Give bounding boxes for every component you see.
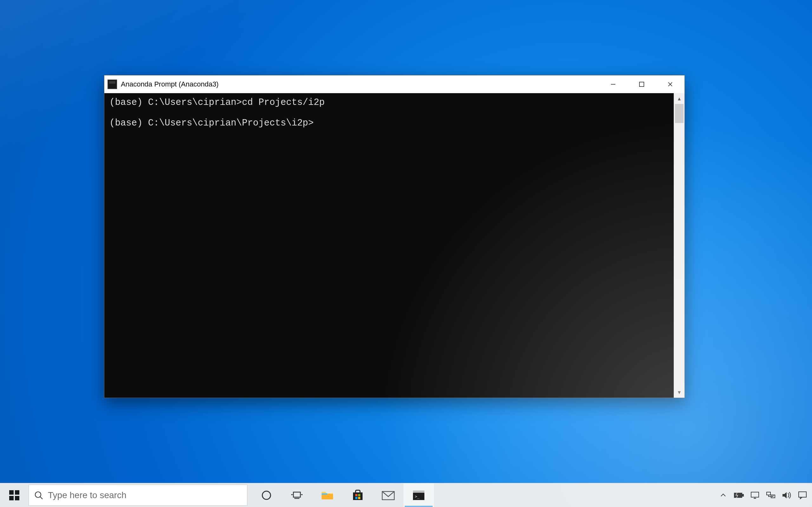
tray-monitor[interactable] [748, 483, 762, 507]
mail-icon [382, 490, 395, 500]
terminal-window: Anaconda Prompt (Anaconda3) (base) C:\Us… [104, 75, 685, 398]
maximize-button[interactable] [627, 75, 656, 93]
svg-rect-32 [767, 492, 770, 495]
close-button[interactable] [656, 75, 684, 93]
terminal-icon: >_ [412, 490, 425, 501]
taskbar-item-mail[interactable] [373, 483, 403, 507]
file-explorer-icon [321, 490, 334, 501]
search-icon [34, 491, 44, 500]
terminal-body: (base) C:\Users\ciprian>cd Projects/i2p … [104, 93, 684, 398]
svg-rect-21 [358, 497, 360, 499]
window-controls [599, 75, 684, 93]
svg-rect-11 [293, 492, 300, 497]
titlebar[interactable]: Anaconda Prompt (Anaconda3) [104, 75, 684, 93]
minimize-icon [610, 81, 616, 88]
maximize-icon [639, 81, 645, 87]
taskbar-apps: >_ [251, 483, 434, 507]
svg-marker-34 [782, 492, 786, 498]
svg-point-8 [35, 492, 41, 498]
scroll-down-icon[interactable]: ▾ [674, 387, 684, 398]
window-title: Anaconda Prompt (Anaconda3) [121, 80, 218, 89]
svg-point-10 [262, 491, 270, 499]
svg-rect-17 [353, 493, 362, 500]
search-box[interactable]: Type here to search [29, 485, 247, 506]
monitor-icon [751, 492, 759, 499]
windows-logo-icon [9, 490, 20, 501]
minimize-button[interactable] [599, 75, 627, 93]
system-tray [711, 483, 812, 507]
tray-battery[interactable] [732, 483, 746, 507]
volume-icon [782, 491, 792, 499]
svg-rect-16 [322, 493, 327, 495]
terminal-content[interactable]: (base) C:\Users\ciprian>cd Projects/i2p … [104, 93, 674, 398]
scroll-thumb[interactable] [675, 104, 683, 123]
svg-rect-15 [322, 494, 333, 499]
svg-rect-6 [9, 496, 14, 500]
svg-text:>_: >_ [415, 494, 420, 499]
action-center-icon [798, 491, 807, 499]
tray-network[interactable] [764, 483, 778, 507]
taskbar-item-task-view[interactable] [282, 483, 312, 507]
taskbar-item-terminal[interactable]: >_ [403, 483, 434, 507]
svg-rect-18 [355, 494, 357, 496]
cortana-icon [261, 490, 272, 501]
taskbar: Type here to search [0, 483, 812, 507]
battery-icon [734, 492, 744, 498]
scrollbar[interactable]: ▴ ▾ [674, 93, 684, 398]
svg-rect-24 [413, 491, 424, 493]
tray-chevron-up[interactable] [716, 483, 730, 507]
task-view-icon [291, 490, 303, 500]
search-placeholder: Type here to search [48, 490, 242, 500]
svg-rect-27 [742, 494, 744, 496]
scroll-up-icon[interactable]: ▴ [674, 93, 684, 104]
taskbar-item-microsoft-store[interactable] [343, 483, 373, 507]
chevron-up-icon [720, 492, 727, 499]
svg-rect-20 [355, 497, 357, 499]
taskbar-item-file-explorer[interactable] [312, 483, 343, 507]
scroll-track[interactable] [674, 104, 684, 387]
app-icon [107, 79, 117, 89]
desktop: Anaconda Prompt (Anaconda3) (base) C:\Us… [0, 0, 812, 507]
svg-rect-4 [9, 490, 14, 495]
svg-rect-35 [799, 492, 806, 497]
svg-rect-29 [751, 492, 759, 497]
svg-line-9 [40, 497, 43, 499]
terminal-line: (base) C:\Users\ciprian>cd Projects/i2p [109, 97, 325, 108]
microsoft-store-icon [352, 489, 364, 501]
svg-rect-1 [640, 82, 644, 87]
network-icon [766, 491, 775, 499]
svg-rect-19 [358, 494, 360, 496]
close-icon [667, 81, 673, 88]
svg-rect-7 [15, 496, 19, 500]
tray-action-center[interactable] [796, 483, 809, 507]
taskbar-item-cortana[interactable] [251, 483, 282, 507]
terminal-line: (base) C:\Users\ciprian\Projects\i2p> [109, 118, 314, 128]
svg-rect-5 [15, 490, 19, 495]
tray-volume[interactable] [780, 483, 794, 507]
start-button[interactable] [0, 483, 29, 507]
